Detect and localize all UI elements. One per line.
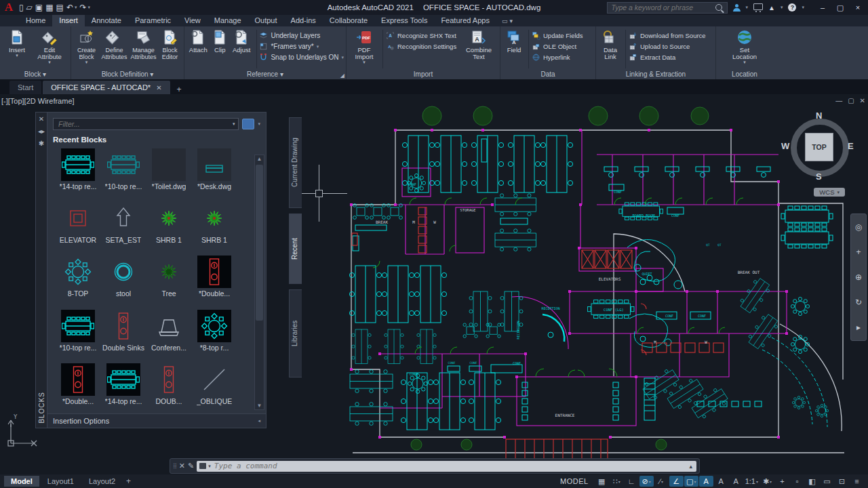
ribbon-tab-add-ins[interactable]: Add-ins bbox=[284, 15, 323, 26]
scroll-up-icon[interactable]: ▲ bbox=[255, 156, 264, 162]
isolate-objects-icon[interactable]: ▭ bbox=[820, 476, 834, 487]
download-from-source-button[interactable]: Download from Source bbox=[629, 31, 706, 40]
help-search-input[interactable] bbox=[610, 3, 713, 12]
clean-screen-icon[interactable]: ⊡ bbox=[835, 476, 849, 487]
open-folder-icon[interactable]: ▱ bbox=[26, 3, 33, 12]
autodesk-dropdown[interactable]: ▾ bbox=[781, 5, 783, 10]
import-panel-label[interactable]: Import bbox=[347, 70, 500, 79]
ribbon-tab-home[interactable]: Home bbox=[19, 15, 52, 26]
upload-to-source-button[interactable]: Upload to Source bbox=[629, 42, 706, 51]
viewcube[interactable]: N S W E TOP bbox=[785, 113, 853, 181]
viewcube-top-face[interactable]: TOP bbox=[805, 133, 833, 161]
block-item-8-top-r-15[interactable]: *8-top r... bbox=[193, 310, 235, 360]
attach-button[interactable]: Attach bbox=[186, 28, 210, 54]
customize-command-icon[interactable]: ✎ bbox=[188, 462, 194, 470]
autodesk-icon[interactable]: ▲ bbox=[768, 4, 775, 12]
palette-scrollbar[interactable]: ▲ ▼ bbox=[254, 155, 264, 410]
layout-tab-model[interactable]: Model bbox=[4, 476, 39, 487]
set-location-button[interactable]: Set Location ▾ bbox=[727, 28, 762, 64]
ribbon-tab-manage[interactable]: Manage bbox=[208, 15, 248, 26]
layout-tab-layout2[interactable]: Layout2 bbox=[82, 476, 122, 487]
snap-mode-icon[interactable]: ∷▾ bbox=[610, 476, 624, 487]
block-item-10-top-re-1[interactable]: *10-top re... bbox=[102, 148, 144, 199]
create-block-button[interactable]: Create Block ▾ bbox=[73, 28, 100, 64]
extract-data-button[interactable]: Extract Data bbox=[629, 53, 706, 62]
ortho-icon[interactable]: ∟ bbox=[625, 476, 639, 487]
undo-icon-dropdown[interactable]: ▾ bbox=[75, 5, 77, 10]
block-definition-panel-label[interactable]: Block Definition ▾ bbox=[71, 70, 184, 79]
command-grip-icon[interactable]: ⣿ bbox=[173, 463, 176, 469]
filter-dropdown-icon[interactable]: ▾ bbox=[233, 121, 235, 127]
save-as-icon[interactable]: ▦ bbox=[45, 3, 53, 12]
autocad-logo-icon[interactable]: A bbox=[0, 0, 18, 15]
new-file-icon[interactable]: ▯ bbox=[19, 3, 24, 12]
block-item-doub-18[interactable]: DOUB... bbox=[148, 363, 190, 413]
linking-panel-label[interactable]: Linking & Extraction bbox=[596, 70, 715, 79]
plot-icon[interactable]: ▤ bbox=[56, 3, 64, 12]
reference-launcher-icon[interactable]: ◢ bbox=[340, 73, 344, 79]
snap-to-underlays-button[interactable]: Snap to Underlays ON▾ bbox=[259, 53, 344, 62]
grid-icon[interactable]: ▦ bbox=[595, 476, 609, 487]
model-space-label[interactable]: MODEL bbox=[560, 477, 589, 485]
block-editor-button[interactable]: Block Editor bbox=[158, 28, 182, 60]
ribbon-tab-insert[interactable]: Insert bbox=[52, 15, 85, 26]
frames-vary-button[interactable]: *Frames vary*▾ bbox=[259, 42, 344, 51]
recent-commands-icon[interactable]: ▾ bbox=[208, 464, 211, 469]
ribbon-tab-express-tools[interactable]: Express Tools bbox=[374, 15, 434, 26]
layout-tab-layout1[interactable]: Layout1 bbox=[41, 476, 81, 487]
command-history-icon[interactable]: ▴ bbox=[689, 463, 694, 470]
customization-icon[interactable]: ≡ bbox=[850, 476, 864, 487]
wcs-menu[interactable]: WCS▾ bbox=[814, 188, 845, 197]
file-tab-start[interactable]: Start bbox=[9, 81, 41, 94]
workspace-icon[interactable]: ✱▾ bbox=[760, 476, 774, 487]
block-item-double-sinks-13[interactable]: Double Sinks bbox=[102, 310, 144, 360]
help-search-box[interactable] bbox=[607, 2, 728, 14]
browse-dropdown-icon[interactable]: ▾ bbox=[258, 121, 260, 127]
block-item-double-16[interactable]: *Double... bbox=[57, 363, 99, 413]
new-tab-button[interactable]: + bbox=[172, 85, 187, 94]
help-dropdown[interactable]: ▾ bbox=[802, 5, 804, 10]
command-close-icon[interactable]: ✕ bbox=[179, 462, 185, 470]
recognize-shx-button[interactable]: A Recognize SHX Text bbox=[386, 31, 462, 40]
block-item-shrb-1-6[interactable]: SHRB 1 bbox=[148, 202, 190, 252]
pdf-import-button[interactable]: PDF PDF Import ▾ bbox=[349, 28, 380, 64]
manage-attributes-button[interactable]: Manage Attributes bbox=[129, 28, 158, 60]
block-item-desk-dwg-3[interactable]: *Desk.dwg bbox=[193, 148, 235, 199]
autoscale-icon[interactable]: A bbox=[714, 476, 728, 487]
combine-text-button[interactable]: A Combine Text bbox=[462, 28, 496, 60]
insertion-options-bar[interactable]: Insertion Options ◂ bbox=[47, 413, 266, 428]
tab-close-icon[interactable]: ✕ bbox=[156, 84, 161, 92]
filter-input[interactable] bbox=[57, 119, 233, 129]
ribbon-tab-collaborate[interactable]: Collaborate bbox=[323, 15, 374, 26]
define-attributes-button[interactable]: Define Attributes bbox=[100, 28, 129, 60]
command-input-row[interactable]: ▾ ▴ bbox=[197, 461, 696, 472]
block-item-10-top-re-12[interactable]: *10-top re... bbox=[57, 310, 99, 360]
palette-close-icon[interactable]: ✕ bbox=[39, 115, 44, 123]
ole-object-button[interactable]: OLE Object bbox=[532, 42, 583, 51]
block-item-shrb-1-7[interactable]: SHRB 1 bbox=[193, 202, 235, 252]
object-snap-icon[interactable]: ▢▾ bbox=[684, 476, 698, 487]
polar-tracking-icon[interactable]: ⊘▾ bbox=[639, 476, 654, 487]
data-link-button[interactable]: Data Link bbox=[598, 28, 623, 60]
app-store-icon[interactable] bbox=[753, 3, 763, 10]
update-fields-button[interactable]: Update Fields bbox=[532, 31, 583, 40]
ribbon-display-toggle[interactable]: ▭▾ bbox=[502, 18, 513, 26]
ribbon-tab-annotate[interactable]: Annotate bbox=[85, 15, 128, 26]
palette-tab-recent[interactable]: Recent bbox=[289, 214, 302, 284]
search-icon[interactable] bbox=[715, 4, 722, 11]
block-item-conferen-14[interactable]: Conferen... bbox=[148, 310, 190, 360]
block-item-double-11[interactable]: *Double... bbox=[193, 256, 235, 306]
zoom-icon[interactable]: ⊕ bbox=[855, 272, 862, 282]
clip-button[interactable]: Clip bbox=[210, 28, 230, 54]
redo-icon-dropdown[interactable]: ▾ bbox=[88, 5, 91, 10]
block-item-toilet-dwg-2[interactable]: *Toilet.dwg bbox=[148, 148, 190, 199]
graphics-performance-icon[interactable]: ◧ bbox=[805, 476, 819, 487]
crosshair-plus-icon[interactable]: + bbox=[775, 476, 789, 487]
block-item-elevator-4[interactable]: ELEVATOR bbox=[57, 202, 99, 252]
scale-value[interactable]: 1:1▾ bbox=[744, 476, 760, 487]
annotation-monitor-icon[interactable]: ▫ bbox=[790, 476, 804, 487]
new-layout-button[interactable]: + bbox=[122, 476, 135, 486]
sign-in-icon[interactable] bbox=[733, 4, 741, 12]
navigation-wheel-icon[interactable]: ◎ bbox=[855, 222, 862, 232]
recognition-settings-button[interactable]: A Recognition Settings bbox=[386, 42, 462, 51]
